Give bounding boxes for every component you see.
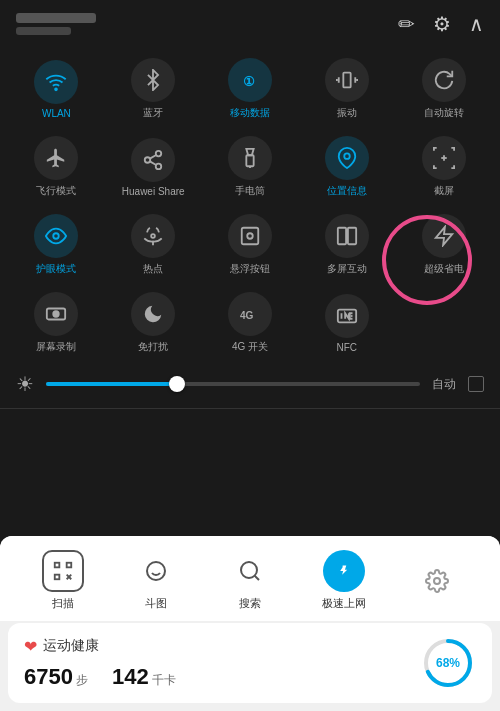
svg-point-9 bbox=[156, 163, 162, 169]
health-stats: 6750 步 142 千卡 bbox=[24, 664, 420, 690]
svg-rect-21 bbox=[338, 228, 346, 245]
toggle-label-wifi: WLAN bbox=[42, 108, 71, 119]
health-widget[interactable]: ❤ 运动健康 6750 步 142 千卡 68% bbox=[8, 623, 492, 703]
health-progress-circle: 68% bbox=[420, 635, 476, 691]
toggle-icon-float_btn bbox=[228, 214, 272, 258]
status-bar-item2 bbox=[16, 27, 71, 35]
settings-icon[interactable]: ⚙ bbox=[433, 12, 451, 36]
shortcut-doutu[interactable]: 斗图 bbox=[110, 550, 204, 611]
toggle-label-flashlight: 手电筒 bbox=[235, 184, 265, 198]
health-title-row: ❤ 运动健康 bbox=[24, 637, 420, 656]
steps-unit: 步 bbox=[76, 672, 88, 689]
toggle-huawei_share[interactable]: Huawei Share bbox=[105, 126, 202, 204]
toggle-icon-eye_care bbox=[34, 214, 78, 258]
health-title: 运动健康 bbox=[43, 637, 99, 655]
shortcut-label-scan: 扫描 bbox=[52, 596, 74, 611]
toggle-rotate[interactable]: 自动旋转 bbox=[395, 48, 492, 126]
shortcut-search[interactable]: 搜索 bbox=[203, 550, 297, 611]
toggle-label-screen_record: 屏幕录制 bbox=[36, 340, 76, 354]
steps-stat: 6750 步 bbox=[24, 664, 88, 690]
toggle-screen_record[interactable]: 屏幕录制 bbox=[8, 282, 105, 360]
toggle-label-location: 位置信息 bbox=[327, 184, 367, 198]
shortcut-jisu[interactable]: 极速上网 bbox=[297, 550, 391, 611]
svg-point-24 bbox=[54, 311, 60, 317]
toggle-flashlight[interactable]: 手电筒 bbox=[202, 126, 299, 204]
toggle-vibrate[interactable]: 振动 bbox=[298, 48, 395, 126]
svg-rect-29 bbox=[55, 575, 60, 580]
svg-point-7 bbox=[156, 150, 162, 156]
svg-rect-27 bbox=[55, 563, 60, 568]
collapse-icon[interactable]: ∧ bbox=[469, 12, 484, 36]
toggle-label-dnd: 免打扰 bbox=[138, 340, 168, 354]
toggle-label-nfc: NFC bbox=[337, 342, 358, 353]
toggle-float_btn[interactable]: 悬浮按钮 bbox=[202, 204, 299, 282]
calories-value: 142 bbox=[112, 664, 149, 690]
brightness-slider[interactable] bbox=[46, 382, 420, 386]
toggle-hotspot[interactable]: 热点 bbox=[105, 204, 202, 282]
toggle-icon-location bbox=[325, 136, 369, 180]
svg-line-36 bbox=[255, 576, 259, 580]
toggle-icon-nfc bbox=[325, 294, 369, 338]
toggle-icon-multi_screen bbox=[325, 214, 369, 258]
toggle-label-eye_care: 护眼模式 bbox=[36, 262, 76, 276]
brightness-icon: ☀ bbox=[16, 372, 34, 396]
toggle-icon-screen_record bbox=[34, 292, 78, 336]
toggle-airplane[interactable]: 飞行模式 bbox=[8, 126, 105, 204]
edit-icon[interactable]: ✏ bbox=[398, 12, 415, 36]
svg-point-17 bbox=[54, 233, 60, 239]
shortcut-icon-jisu bbox=[323, 550, 365, 592]
toggle-location[interactable]: 位置信息 bbox=[298, 126, 395, 204]
toggle-icon-hotspot bbox=[131, 214, 175, 258]
shortcut-settings[interactable] bbox=[390, 560, 484, 602]
toggle-label-screenshot: 截屏 bbox=[434, 184, 454, 198]
shortcut-label-doutu: 斗图 bbox=[145, 596, 167, 611]
divider bbox=[0, 408, 500, 409]
svg-point-14 bbox=[344, 153, 350, 159]
shortcut-icon-doutu bbox=[135, 550, 177, 592]
status-info bbox=[16, 13, 96, 35]
calories-stat: 142 千卡 bbox=[112, 664, 176, 690]
steps-value: 6750 bbox=[24, 664, 73, 690]
header-actions: ✏ ⚙ ∧ bbox=[398, 12, 484, 36]
brightness-fill bbox=[46, 382, 177, 386]
heart-icon: ❤ bbox=[24, 637, 37, 656]
app-shortcuts-row: 扫描斗图搜索极速上网 bbox=[0, 536, 500, 621]
toggle-icon-vibrate bbox=[325, 58, 369, 102]
toggle-4g_switch[interactable]: 4G4G 开关 bbox=[202, 282, 299, 360]
toggle-mobile_data[interactable]: ①移动数据 bbox=[202, 48, 299, 126]
bottom-panel: 扫描斗图搜索极速上网 ❤ 运动健康 6750 步 142 千卡 bbox=[0, 536, 500, 711]
svg-text:4G: 4G bbox=[240, 310, 254, 321]
toggle-nfc[interactable]: NFC bbox=[298, 282, 395, 360]
svg-line-10 bbox=[150, 161, 156, 165]
toggle-eye_care[interactable]: 护眼模式 bbox=[8, 204, 105, 282]
svg-point-32 bbox=[147, 562, 165, 580]
health-info: ❤ 运动健康 6750 步 142 千卡 bbox=[24, 637, 420, 690]
toggle-bluetooth[interactable]: 蓝牙 bbox=[105, 48, 202, 126]
svg-point-0 bbox=[55, 88, 57, 90]
shortcut-icon-scan bbox=[42, 550, 84, 592]
toggle-icon-huawei_share bbox=[131, 138, 175, 182]
toggle-multi_screen[interactable]: 多屏互动 bbox=[298, 204, 395, 282]
svg-point-8 bbox=[145, 157, 151, 163]
toggle-screenshot[interactable]: 截屏 bbox=[395, 126, 492, 204]
toggle-dnd[interactable]: 免打扰 bbox=[105, 282, 202, 360]
shortcut-scan[interactable]: 扫描 bbox=[16, 550, 110, 611]
auto-checkbox[interactable] bbox=[468, 376, 484, 392]
toggle-label-huawei_share: Huawei Share bbox=[122, 186, 185, 197]
status-bar: ✏ ⚙ ∧ bbox=[0, 0, 500, 44]
shortcut-icon-search bbox=[229, 550, 271, 592]
svg-point-38 bbox=[434, 578, 440, 584]
svg-point-20 bbox=[247, 233, 253, 239]
toggle-label-power_save: 超级省电 bbox=[424, 262, 464, 276]
toggle-power_save[interactable]: 超级省电 bbox=[395, 204, 492, 282]
toggle-label-mobile_data: 移动数据 bbox=[230, 106, 270, 120]
brightness-thumb[interactable] bbox=[169, 376, 185, 392]
toggle-icon-power_save bbox=[422, 214, 466, 258]
svg-rect-28 bbox=[66, 563, 71, 568]
quick-toggles-grid: WLAN蓝牙①移动数据振动自动旋转飞行模式Huawei Share手电筒位置信息… bbox=[0, 44, 500, 364]
svg-point-35 bbox=[241, 562, 257, 578]
toggle-label-vibrate: 振动 bbox=[337, 106, 357, 120]
svg-rect-22 bbox=[348, 228, 356, 245]
toggle-wifi[interactable]: WLAN bbox=[8, 48, 105, 126]
toggle-icon-flashlight bbox=[228, 136, 272, 180]
